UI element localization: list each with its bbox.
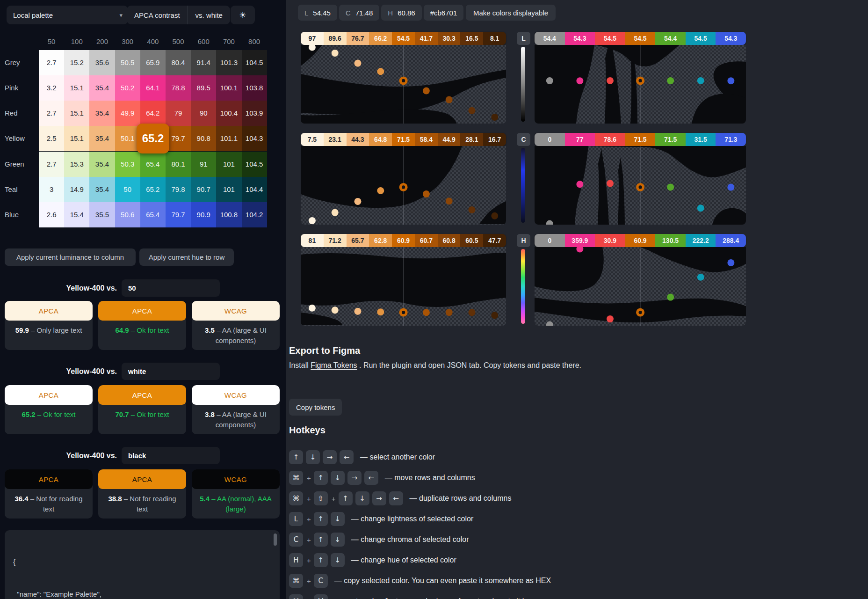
- tone-dot[interactable]: [446, 197, 453, 205]
- hue-value-cell[interactable]: 359.9: [565, 234, 595, 247]
- row-label-green[interactable]: Green: [5, 152, 37, 177]
- ramp-value-cell[interactable]: 60.5: [460, 234, 483, 247]
- palette-cell[interactable]: 90.8: [191, 126, 216, 151]
- palette-cell[interactable]: 79: [166, 101, 191, 126]
- palette-cell[interactable]: 15.3: [64, 152, 89, 177]
- tone-dot[interactable]: [446, 96, 453, 103]
- palette-cell[interactable]: 79.8: [166, 177, 191, 202]
- selected-hue-dot[interactable]: [636, 308, 644, 317]
- selected-hue-dot[interactable]: [636, 76, 644, 85]
- comparison-input[interactable]: [122, 447, 220, 464]
- selected-tone-dot[interactable]: [399, 76, 408, 85]
- row-label-teal[interactable]: Teal: [5, 177, 37, 202]
- tone-dot[interactable]: [354, 60, 362, 67]
- ramp-value-cell[interactable]: 97: [301, 32, 324, 45]
- hue-hues-chart[interactable]: [535, 247, 746, 326]
- lightness-chip[interactable]: L 54.45: [298, 5, 337, 21]
- palette-cell[interactable]: 2.5: [39, 126, 64, 151]
- hue-value-cell[interactable]: 60.9: [625, 234, 656, 247]
- hue-value-cell[interactable]: 71.5: [655, 133, 686, 146]
- tone-dot[interactable]: [423, 190, 430, 197]
- tone-dot[interactable]: [309, 217, 316, 224]
- column-header[interactable]: 100: [64, 37, 89, 45]
- palette-cell[interactable]: 2.7: [39, 50, 64, 75]
- comparison-input[interactable]: [122, 279, 220, 297]
- row-label-grey[interactable]: Grey: [5, 50, 37, 75]
- palette-cell[interactable]: 103.8: [242, 75, 267, 101]
- palette-json-editor[interactable]: { "name": "Example Palette", "hues": [ {…: [5, 530, 280, 599]
- tone-dot[interactable]: [354, 308, 362, 315]
- palette-cell[interactable]: 3: [39, 177, 64, 202]
- palette-cell[interactable]: 104.5: [242, 50, 267, 75]
- theme-toggle-button[interactable]: ☀: [231, 6, 255, 24]
- selected-palette-cell[interactable]: 65.2: [137, 124, 169, 153]
- hue-dot[interactable]: [607, 77, 614, 84]
- hue-value-cell[interactable]: 54.5: [625, 32, 656, 45]
- row-label-red[interactable]: Red: [5, 101, 37, 126]
- ramp-value-cell[interactable]: 16.5: [460, 32, 483, 45]
- palette-cell[interactable]: 90.9: [191, 202, 216, 227]
- ramp-value-cell[interactable]: 47.7: [483, 234, 506, 247]
- palette-cell[interactable]: 90.7: [191, 177, 216, 202]
- ramp-value-cell[interactable]: 16.7: [483, 133, 506, 146]
- chroma-slider[interactable]: [521, 148, 525, 223]
- column-header[interactable]: 600: [191, 37, 216, 45]
- hue-dot[interactable]: [546, 77, 553, 84]
- hue-dot[interactable]: [546, 321, 553, 326]
- palette-cell[interactable]: 35.4: [89, 152, 115, 177]
- column-header[interactable]: 800: [242, 37, 267, 45]
- copy-tokens-button[interactable]: Copy tokens: [289, 399, 342, 416]
- chroma-tones-chart[interactable]: [301, 146, 506, 225]
- lightness-slider[interactable]: [521, 47, 525, 122]
- ramp-value-cell[interactable]: 28.1: [460, 133, 483, 146]
- ramp-value-cell[interactable]: 62.8: [369, 234, 392, 247]
- figma-tokens-link[interactable]: Figma Tokens: [311, 361, 357, 369]
- column-header[interactable]: 500: [166, 37, 191, 45]
- ramp-value-cell[interactable]: 71.5: [392, 133, 415, 146]
- hue-value-cell[interactable]: 71.5: [625, 133, 656, 146]
- hue-value-cell[interactable]: 30.9: [595, 234, 625, 247]
- palette-cell[interactable]: 64.2: [140, 101, 166, 126]
- hue-value-cell[interactable]: 31.5: [686, 133, 716, 146]
- hue-value-cell[interactable]: 54.5: [595, 32, 625, 45]
- hue-value-cell[interactable]: 288.4: [716, 234, 746, 247]
- apply-hue-button[interactable]: Apply current hue to row: [139, 248, 234, 266]
- tone-dot[interactable]: [309, 305, 316, 312]
- column-header[interactable]: 300: [115, 37, 140, 45]
- palette-cell[interactable]: 65.4: [140, 152, 166, 177]
- hue-dot[interactable]: [727, 77, 734, 84]
- palette-cell[interactable]: 79.7: [166, 126, 191, 151]
- ramp-value-cell[interactable]: 60.9: [392, 234, 415, 247]
- palette-cell[interactable]: 79.7: [166, 202, 191, 227]
- row-label-yellow[interactable]: Yellow: [5, 126, 37, 151]
- palette-cell[interactable]: 35.5: [89, 202, 115, 227]
- ramp-value-cell[interactable]: 8.1: [483, 32, 506, 45]
- lightness-tones-chart[interactable]: [301, 45, 506, 124]
- ramp-value-cell[interactable]: 54.5: [392, 32, 415, 45]
- chroma-chip[interactable]: C 71.48: [339, 5, 379, 21]
- hue-value-cell[interactable]: 78.6: [595, 133, 625, 146]
- ramp-value-cell[interactable]: 60.8: [438, 234, 461, 247]
- tone-dot[interactable]: [377, 68, 384, 75]
- palette-cell[interactable]: 101.1: [216, 126, 241, 151]
- tone-dot[interactable]: [469, 309, 476, 316]
- tone-dot[interactable]: [423, 309, 430, 316]
- hue-dot[interactable]: [607, 180, 614, 187]
- hue-slider[interactable]: [521, 249, 525, 324]
- tone-dot[interactable]: [332, 209, 339, 216]
- palette-cell[interactable]: 64.1: [140, 75, 166, 101]
- tone-dot[interactable]: [332, 307, 339, 314]
- palette-cell[interactable]: 15.1: [64, 126, 89, 151]
- tone-dot[interactable]: [469, 206, 476, 213]
- chroma-hues-chart[interactable]: [535, 146, 746, 225]
- palette-cell[interactable]: 101: [216, 152, 241, 177]
- palette-cell[interactable]: 49.9: [115, 101, 140, 126]
- palette-cell[interactable]: 103.9: [242, 101, 267, 126]
- hue-chip[interactable]: H 60.86: [381, 5, 421, 21]
- hue-dot[interactable]: [727, 259, 734, 266]
- ramp-value-cell[interactable]: 71.2: [324, 234, 347, 247]
- ramp-value-cell[interactable]: 66.2: [369, 32, 392, 45]
- hue-value-cell[interactable]: 54.3: [565, 32, 595, 45]
- tone-dot[interactable]: [491, 114, 498, 121]
- ramp-value-cell[interactable]: 44.3: [347, 133, 369, 146]
